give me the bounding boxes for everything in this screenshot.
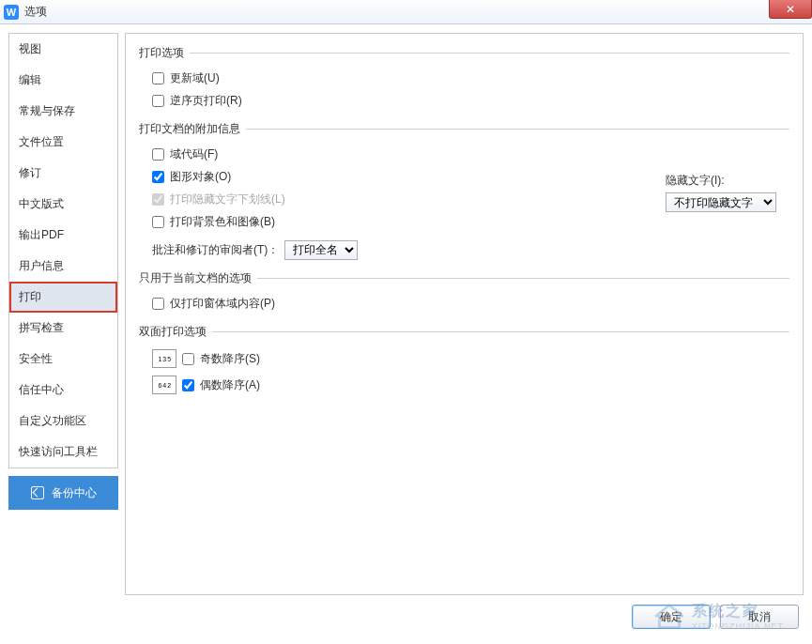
legend-print-options: 打印选项 bbox=[139, 45, 184, 61]
close-button[interactable]: ✕ bbox=[769, 0, 812, 19]
backup-icon bbox=[31, 486, 44, 499]
sidebar-item-file-location[interactable]: 文件位置 bbox=[9, 127, 117, 158]
app-icon: W bbox=[4, 5, 19, 20]
duplex-odd-icon: 1 3 5 bbox=[152, 349, 176, 368]
sidebar-item-user-info[interactable]: 用户信息 bbox=[9, 251, 117, 282]
checkbox-hidden-underline bbox=[152, 193, 164, 206]
label-background[interactable]: 打印背景色和图像(B) bbox=[170, 214, 275, 230]
backup-label: 备份中心 bbox=[52, 485, 97, 501]
group-print-options: 打印选项 更新域(U) 逆序页打印(R) bbox=[139, 45, 789, 112]
sidebar-item-security[interactable]: 安全性 bbox=[9, 344, 117, 375]
label-hidden-underline: 打印隐藏文字下划线(L) bbox=[170, 192, 285, 207]
label-field-codes[interactable]: 域代码(F) bbox=[170, 146, 218, 162]
backup-center-button[interactable]: 备份中心 bbox=[8, 476, 118, 510]
label-hidden-text: 隐藏文字(I): bbox=[666, 173, 788, 189]
content-panel: 打印选项 更新域(U) 逆序页打印(R) 打印文档的附加信息 bbox=[125, 33, 804, 595]
group-duplex: 双面打印选项 1 3 5 奇数降序(S) 6 4 2 偶数降序(A) bbox=[139, 324, 789, 398]
divider bbox=[257, 278, 789, 279]
label-reviewer: 批注和修订的审阅者(T)： bbox=[152, 242, 279, 258]
ok-button[interactable]: 确定 bbox=[632, 605, 711, 629]
sidebar-item-revision[interactable]: 修订 bbox=[9, 158, 117, 189]
hidden-text-column: 隐藏文字(I): 不打印隐藏文字 bbox=[666, 173, 788, 212]
divider bbox=[212, 331, 789, 332]
sidebar-item-print[interactable]: 打印 bbox=[9, 282, 117, 313]
dialog-body: 视图 编辑 常规与保存 文件位置 修订 中文版式 输出PDF 用户信息 打印 拼… bbox=[0, 24, 812, 595]
sidebar-item-edit[interactable]: 编辑 bbox=[9, 65, 117, 96]
divider bbox=[190, 53, 789, 54]
legend-current-doc: 只用于当前文档的选项 bbox=[139, 270, 252, 286]
label-even-desc[interactable]: 偶数降序(A) bbox=[200, 377, 260, 393]
sidebar-item-general-save[interactable]: 常规与保存 bbox=[9, 96, 117, 127]
sidebar: 视图 编辑 常规与保存 文件位置 修订 中文版式 输出PDF 用户信息 打印 拼… bbox=[8, 33, 118, 468]
label-form-only[interactable]: 仅打印窗体域内容(P) bbox=[170, 296, 275, 312]
sidebar-item-view[interactable]: 视图 bbox=[9, 34, 117, 65]
checkbox-background[interactable] bbox=[152, 216, 164, 228]
checkbox-form-only[interactable] bbox=[152, 298, 164, 310]
sidebar-item-trust-center[interactable]: 信任中心 bbox=[9, 375, 117, 406]
checkbox-update-fields[interactable] bbox=[152, 72, 164, 84]
sidebar-item-chinese-layout[interactable]: 中文版式 bbox=[9, 189, 117, 220]
legend-duplex: 双面打印选项 bbox=[139, 324, 207, 340]
divider bbox=[246, 129, 789, 130]
checkbox-graphics[interactable] bbox=[152, 171, 164, 183]
label-reverse-order[interactable]: 逆序页打印(R) bbox=[170, 93, 242, 109]
checkbox-reverse-order[interactable] bbox=[152, 95, 164, 107]
sidebar-item-customize-ribbon[interactable]: 自定义功能区 bbox=[9, 406, 117, 437]
sidebar-item-quick-access[interactable]: 快速访问工具栏 bbox=[9, 437, 117, 468]
sidebar-item-output-pdf[interactable]: 输出PDF bbox=[9, 220, 117, 251]
checkbox-field-codes[interactable] bbox=[152, 148, 164, 161]
group-current-doc: 只用于当前文档的选项 仅打印窗体域内容(P) bbox=[139, 270, 789, 314]
checkbox-odd-desc[interactable] bbox=[182, 353, 194, 365]
label-odd-desc[interactable]: 奇数降序(S) bbox=[200, 351, 260, 367]
select-reviewer[interactable]: 打印全名 bbox=[284, 240, 358, 260]
duplex-even-icon: 6 4 2 bbox=[152, 376, 176, 394]
select-hidden-text[interactable]: 不打印隐藏文字 bbox=[666, 192, 776, 212]
cancel-button[interactable]: 取消 bbox=[720, 605, 799, 629]
close-icon: ✕ bbox=[786, 3, 795, 16]
sidebar-list: 视图 编辑 常规与保存 文件位置 修订 中文版式 输出PDF 用户信息 打印 拼… bbox=[9, 34, 117, 468]
checkbox-even-desc[interactable] bbox=[182, 379, 194, 391]
dialog-footer: 确定 取消 系统之家 XITONGZHIJIA.NET bbox=[0, 595, 812, 638]
legend-doc-attach: 打印文档的附加信息 bbox=[139, 121, 240, 137]
label-graphics[interactable]: 图形对象(O) bbox=[170, 169, 231, 185]
title-bar: W 选项 ✕ bbox=[0, 0, 812, 24]
label-update-fields[interactable]: 更新域(U) bbox=[170, 70, 220, 86]
sidebar-item-spell-check[interactable]: 拼写检查 bbox=[9, 313, 117, 344]
window-title: 选项 bbox=[24, 4, 47, 20]
